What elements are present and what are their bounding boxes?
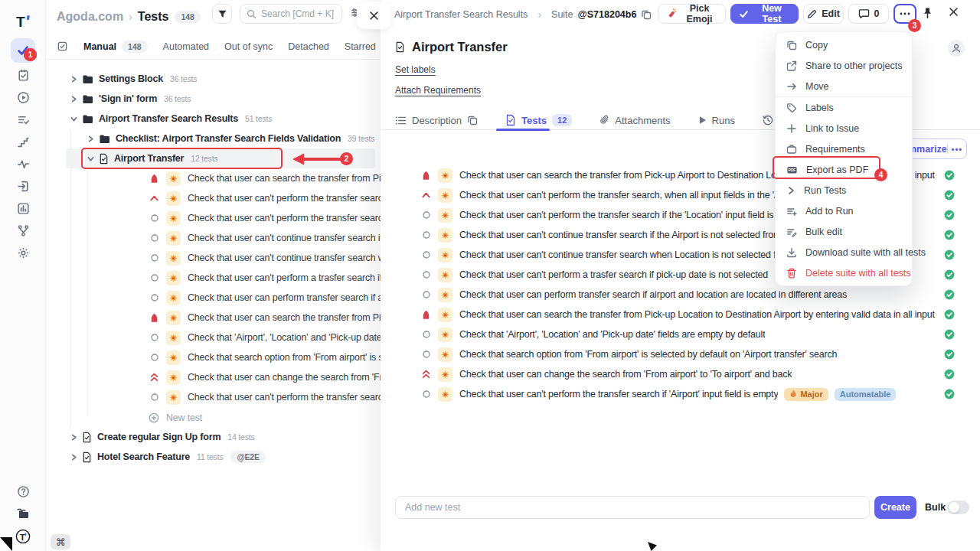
suite-breadcrumb-parent[interactable]: Airport Transfer Search Results <box>394 9 528 20</box>
select-all-icon[interactable] <box>57 41 68 52</box>
filter-tab-out-of-sync[interactable]: Out of sync <box>224 41 273 52</box>
suite-test-title: Check that user can perform transfer sea… <box>459 289 847 300</box>
avatar[interactable] <box>948 40 965 57</box>
chevron-right-icon[interactable] <box>70 96 77 103</box>
suite-test-row[interactable]: Check that user can change the search fr… <box>381 364 980 384</box>
tree-suite-count: 14 tests <box>227 432 254 442</box>
tree-suite-label: Hotel Search Feature <box>97 452 190 462</box>
priority-highest-icon <box>420 370 432 379</box>
suite-footer: Create Bulk <box>381 496 980 519</box>
tree-suite-row[interactable]: Hotel Search Feature 11 tests @E2E <box>70 447 266 467</box>
suite-test-title: Check that user can change the search fr… <box>459 369 792 380</box>
copy-icon[interactable] <box>641 9 652 20</box>
create-button[interactable]: Create <box>874 496 916 519</box>
ellipsis-icon <box>900 12 910 15</box>
tree-suite-row[interactable]: Settings Block 36 tests <box>70 69 197 89</box>
panel-close-tab[interactable] <box>357 2 390 29</box>
tree-indent-guide <box>87 170 88 416</box>
breadcrumb-project[interactable]: Agoda.com <box>57 10 123 24</box>
menu-item-share-to-other-projects[interactable]: Share to other projects <box>776 55 912 76</box>
rail-item-import[interactable] <box>11 174 35 198</box>
list-check-icon <box>17 113 30 126</box>
tree-new-test-button[interactable]: New test <box>149 408 202 428</box>
attach-requirements-link[interactable]: Attach Requirements <box>395 85 481 96</box>
priority-normal-icon <box>420 331 432 338</box>
suite-breadcrumb: Airport Transfer Search Results › Suite … <box>394 8 652 21</box>
priority-normal-icon <box>149 274 160 282</box>
list-lines-icon <box>395 116 407 126</box>
status-passed-icon <box>944 190 955 201</box>
close-icon[interactable] <box>949 7 959 17</box>
chevron-right-icon[interactable] <box>70 434 77 441</box>
chevron-right-icon[interactable] <box>70 76 77 83</box>
rail-item-help[interactable] <box>11 479 35 504</box>
rail-item-logo-circle[interactable]: T <box>11 524 35 549</box>
suite-tab-attachments[interactable]: Attachments <box>599 115 670 126</box>
add-new-test-input[interactable] <box>395 496 870 519</box>
search-input[interactable] <box>261 8 335 19</box>
tree-suite-row[interactable]: 'Sign in' form 36 tests <box>70 89 191 109</box>
filter-button[interactable] <box>212 4 232 24</box>
priority-normal-icon <box>420 291 432 298</box>
filter-tab-manual[interactable]: Manual148 <box>83 41 148 53</box>
menu-item-bulk-edit[interactable]: Bulk edit <box>776 221 912 242</box>
summarize-more-button[interactable]: ••• <box>947 145 966 154</box>
set-labels-link[interactable]: Set labels <box>395 64 436 75</box>
suite-tab-runs[interactable]: Runs <box>698 115 735 126</box>
menu-item-labels[interactable]: Labels <box>776 97 912 118</box>
filter-tab-automated[interactable]: Automated <box>163 41 209 52</box>
menu-item-add-to-run[interactable]: Add to Run <box>776 201 912 221</box>
logo-t-icon: T <box>15 13 31 30</box>
rail-item-clipboard-check[interactable] <box>11 63 35 87</box>
rail-item-logo-t[interactable]: T <box>11 9 35 34</box>
suite-tab-description[interactable]: Description <box>395 115 478 126</box>
rail-item-play-circle[interactable] <box>11 85 35 109</box>
breadcrumb-separator: › <box>537 8 541 21</box>
rail-item-steps[interactable] <box>11 129 35 154</box>
menu-item-download-suite-with-all-tests[interactable]: Download suite with all tests <box>776 242 912 262</box>
rail-item-projects[interactable] <box>11 502 35 527</box>
copy-icon[interactable] <box>467 115 478 126</box>
menu-item-link-to-issue[interactable]: Link to Issue <box>776 118 912 139</box>
suite-test-title: Check that user can't perform a trasfer … <box>459 269 768 280</box>
chevron-right-icon[interactable] <box>70 454 77 461</box>
suite-test-row[interactable]: Check that user can perform transfer sea… <box>381 285 980 305</box>
pin-icon[interactable] <box>923 7 933 19</box>
suite-test-row[interactable]: Check that user can't perform the transf… <box>381 384 980 404</box>
chevron-down-icon[interactable] <box>70 116 77 122</box>
priority-normal-icon <box>420 271 432 279</box>
close-icon[interactable] <box>369 11 379 21</box>
suite-test-row[interactable]: Check that 'Airport', 'Location' and 'Pi… <box>381 324 980 344</box>
filter-tab-starred[interactable]: Starred <box>345 41 376 52</box>
rail-item-analytics[interactable] <box>11 196 35 220</box>
rail-item-branch[interactable] <box>11 218 35 243</box>
menu-item-delete-suite-with-all-tests[interactable]: Delete suite with all tests <box>776 262 912 283</box>
new-test-button[interactable]: New Test <box>730 4 799 24</box>
suite-test-row[interactable]: Check that user can search the transfer … <box>381 305 980 324</box>
rail-item-gear[interactable] <box>11 240 35 265</box>
chevron-right-icon <box>786 186 795 195</box>
rail-item-list-check[interactable] <box>11 107 35 132</box>
rail-item-pulse[interactable] <box>11 152 35 176</box>
status-passed-icon <box>944 249 955 260</box>
menu-item-run-tests[interactable]: Run Tests <box>776 180 912 201</box>
suite-tab-tests[interactable]: Tests 12 <box>505 114 572 126</box>
collision-burst-icon <box>438 328 452 342</box>
pick-emoji-button[interactable]: Pick Emoji <box>658 4 726 24</box>
suite-tab-label: Attachments <box>615 115 670 126</box>
tree-suite-count: 51 tests <box>245 114 272 123</box>
search-box[interactable] <box>240 4 342 24</box>
collision-burst-icon <box>438 168 452 183</box>
filter-tab-detached[interactable]: Detached <box>288 41 329 52</box>
tree-suite-row[interactable]: Airport Transfer Search Results 51 tests <box>70 109 272 129</box>
tree-suite-row[interactable]: Checklist: Airport Transfer Search Field… <box>87 129 417 148</box>
menu-item-move[interactable]: Move <box>776 76 912 96</box>
bulk-toggle[interactable] <box>947 500 969 514</box>
edit-button[interactable]: Edit <box>803 4 844 24</box>
chevron-right-icon[interactable] <box>87 135 94 142</box>
tree-suite-row[interactable]: Create regular Sign Up form 14 tests <box>70 427 254 447</box>
comments-button[interactable]: 0 <box>848 4 889 24</box>
priority-high-icon <box>420 192 432 198</box>
menu-item-copy[interactable]: Copy <box>776 34 912 55</box>
suite-test-row[interactable]: Check that search option from 'From airp… <box>381 344 980 364</box>
